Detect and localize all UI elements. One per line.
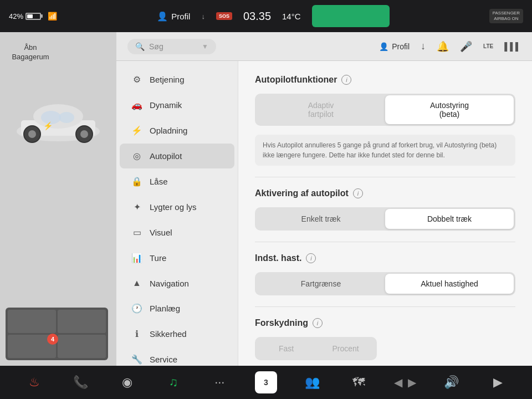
settings-body: ⚙ Betjening 🚗 Dynamik ⚡ Opladning ◎ Auto… (116, 61, 532, 366)
speed-section-title: Indst. hast. i (255, 253, 515, 263)
taskbar-heat-icon[interactable]: ♨ (23, 371, 45, 393)
planlaeg-icon: 🕐 (131, 303, 143, 314)
download-icon: ↓ (201, 12, 205, 21)
betjening-icon: ⚙ (131, 74, 143, 85)
visuel-label: Visuel (150, 228, 172, 237)
taskbar-camera-icon[interactable]: ◉ (116, 371, 138, 393)
sidebar-item-lygter[interactable]: ✦ Lygter og lys (120, 195, 234, 219)
top-nav-icons: 👤 Profil ↓ 🔔 🎤 LTE ▌▌▌ (379, 40, 521, 53)
map-miniature[interactable] (312, 5, 390, 27)
current-speed-option[interactable]: Aktuel hastighed (385, 274, 514, 294)
battery-percentage: 42% (9, 12, 23, 21)
top-bar-left: 42% 📶 (9, 12, 57, 21)
sidebar-item-autopilot[interactable]: ◎ Autopilot (120, 144, 234, 168)
nav-profile-button[interactable]: 👤 Profil (379, 42, 410, 51)
taskbar-spotify-icon[interactable]: ♫ (162, 371, 185, 393)
floor-mats-preview: 4 (6, 308, 108, 360)
double-pull-option[interactable]: Dobbelt træk (385, 209, 514, 229)
nav-profile-icon: 👤 (379, 42, 388, 51)
autopilot-icon: ◎ (131, 151, 143, 161)
autopilot-info-icon[interactable]: i (341, 75, 351, 85)
sidebar-item-dynamik[interactable]: 🚗 Dynamik (120, 93, 234, 117)
fixed-option[interactable]: Fast (257, 339, 316, 359)
nav-back-arrow[interactable]: ◀ (394, 376, 402, 389)
laase-icon: 🔒 (131, 176, 143, 187)
temp-display: 14°C (282, 12, 301, 21)
adaptive-option[interactable]: Adaptiv fartpilot (257, 95, 385, 124)
nav-download-icon[interactable]: ↓ (421, 40, 426, 52)
nav-bell-icon[interactable]: 🔔 (437, 40, 449, 53)
top-bar: 42% 📶 👤 Profil ↓ SOS 03.35 14°C PASSENGE… (0, 0, 532, 32)
car-svg: ⚡ (11, 79, 105, 145)
open-trunk-button[interactable]: Åbn Bagagerum (12, 43, 49, 62)
time-display: 03.35 (243, 10, 271, 23)
autosteer-option[interactable]: Autostyring (beta) (385, 95, 514, 124)
taskbar-contacts-icon[interactable]: 👥 (301, 371, 324, 393)
battery-bar (25, 13, 41, 20)
taskbar-more-icon[interactable]: ··· (208, 371, 231, 393)
dynamik-icon: 🚗 (131, 100, 143, 110)
autopilot-warning-text: Hvis Autopilot annulleres 5 gange på gru… (255, 135, 515, 166)
offset-control: Fast Procent (255, 337, 377, 360)
sidebar-menu: ⚙ Betjening 🚗 Dynamik ⚡ Opladning ◎ Auto… (116, 61, 238, 366)
sidebar-item-planlaeg[interactable]: 🕐 Planlæg (120, 296, 234, 321)
activation-info-icon[interactable]: i (353, 188, 363, 198)
sidebar-item-betjening[interactable]: ⚙ Betjening (120, 67, 234, 92)
search-box[interactable]: 🔍 Søg ▼ (127, 39, 216, 54)
visuel-icon: ▭ (131, 227, 143, 238)
settings-topbar: 🔍 Søg ▼ 👤 Profil ↓ 🔔 🎤 LTE ▌▌▌ (116, 32, 532, 61)
speed-info-icon[interactable]: i (306, 253, 316, 263)
nav-mic-icon[interactable]: 🎤 (460, 40, 472, 53)
sidebar-item-visuel[interactable]: ▭ Visuel (120, 220, 234, 245)
taskbar-media-play-icon[interactable]: ▶ (487, 371, 509, 393)
taskbar-volume-icon[interactable]: 🔊 (440, 371, 462, 393)
sidebar-item-service[interactable]: 🔧 Service (120, 347, 234, 366)
taskbar-calendar-icon[interactable]: 3 (255, 371, 277, 393)
search-icon: 🔍 (135, 42, 145, 51)
autopilot-mode-control: Adaptiv fartpilot Autostyring (beta) (255, 94, 515, 126)
mat-rr (58, 335, 106, 358)
opladning-label: Opladning (150, 126, 187, 135)
nav-forward-arrow[interactable]: ▶ (408, 376, 416, 389)
taskbar-maps-icon[interactable]: 🗺 (347, 371, 370, 393)
sidebar-item-navigation[interactable]: ▲ Navigation (120, 271, 234, 295)
svg-point-8 (80, 130, 88, 138)
activation-section-title: Aktivering af autopilot i (255, 188, 515, 198)
offset-info-icon[interactable]: i (313, 318, 323, 328)
profile-icon-top: 👤 (157, 11, 168, 22)
speed-limit-option[interactable]: Fartgrænse (257, 274, 385, 294)
offset-section-title: Forskydning i (255, 318, 515, 328)
autopilot-section-title: Autopilotfunktioner i (255, 75, 515, 85)
sidebar-item-opladning[interactable]: ⚡ Opladning (120, 118, 234, 143)
top-bar-right: PASSENGER AIRBAG ON (489, 9, 523, 23)
laase-label: Låse (150, 177, 168, 186)
top-bar-center: 👤 Profil ↓ SOS 03.35 14°C (157, 5, 389, 27)
sidebar-item-laase[interactable]: 🔒 Låse (120, 169, 234, 194)
taskbar-phone-icon[interactable]: 📞 (69, 371, 91, 393)
svg-point-4 (59, 112, 74, 123)
sos-badge[interactable]: SOS (216, 12, 232, 20)
ture-icon: 📊 (131, 253, 143, 263)
nav-profile-label: Profil (392, 42, 410, 51)
mat-fr (58, 310, 106, 333)
content-area: Autopilotfunktioner i Adaptiv fartpilot … (238, 61, 532, 366)
autopilot-label: Autopilot (150, 151, 182, 161)
betjening-label: Betjening (150, 75, 185, 84)
sidebar-item-sikkerhed[interactable]: ℹ Sikkerhed (120, 321, 234, 346)
service-icon: 🔧 (131, 354, 143, 365)
single-pull-option[interactable]: Enkelt træk (257, 209, 385, 229)
sidebar-item-ture[interactable]: 📊 Ture (120, 245, 234, 270)
car-image: ⚡ (11, 79, 105, 151)
car-panel: Åbn Bagagerum ⚡ (0, 32, 116, 366)
dynamik-label: Dynamik (150, 100, 182, 110)
service-label: Service (150, 355, 177, 364)
navigation-icon: ▲ (131, 278, 143, 288)
navigation-label: Navigation (150, 279, 189, 288)
airbag-badge: PASSENGER AIRBAG ON (489, 9, 523, 23)
profile-button-top[interactable]: 👤 Profil (157, 11, 190, 22)
percent-option[interactable]: Procent (316, 339, 375, 359)
divider-1 (255, 177, 515, 177)
taskbar: ♨ 📞 ◉ ♫ ··· 3 👥 🗺 ◀ ▶ 🔊 ▶ (0, 366, 532, 399)
lygter-label: Lygter og lys (150, 202, 197, 212)
lygter-icon: ✦ (131, 202, 143, 212)
